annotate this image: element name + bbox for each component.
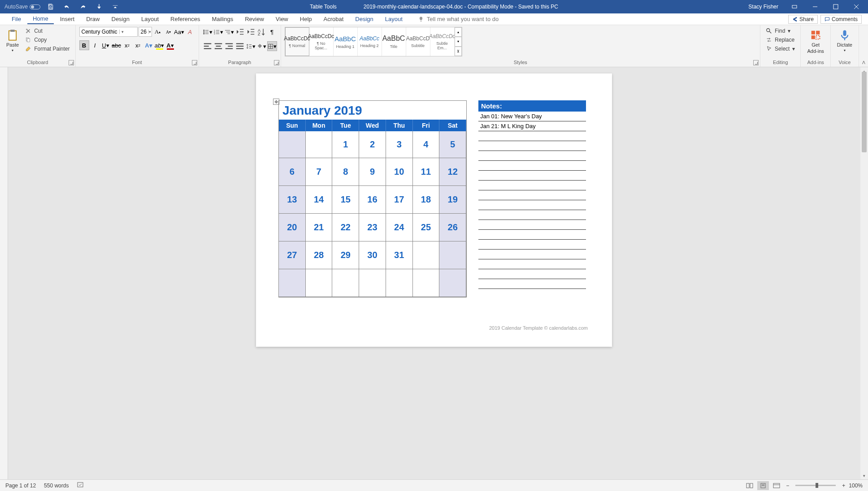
tab-home[interactable]: Home <box>27 14 54 24</box>
paste-button[interactable]: Paste▾ <box>4 27 22 54</box>
line-spacing-icon[interactable]: ▾ <box>246 41 256 51</box>
style-heading1[interactable]: AaBbCHeading 1 <box>334 27 358 56</box>
svg-rect-2 <box>833 4 838 9</box>
font-color-icon[interactable]: A▾ <box>165 40 175 50</box>
styles-launcher[interactable] <box>753 60 759 65</box>
tab-review[interactable]: Review <box>239 14 269 24</box>
svg-text:Z: Z <box>257 31 260 36</box>
replace-icon <box>766 37 772 43</box>
style-subtle-em[interactable]: AaBbCcDcSubtle Em... <box>430 27 455 56</box>
font-size-combo[interactable]: 26▾ <box>139 27 152 37</box>
get-addins-button[interactable]: GetAdd-ins <box>804 27 826 56</box>
bold-button[interactable]: B <box>79 40 89 50</box>
editing-label: Editing <box>764 60 797 66</box>
grow-font-icon[interactable]: A▴ <box>153 27 163 37</box>
show-marks-icon[interactable]: ¶ <box>267 27 277 37</box>
tab-insert[interactable]: Insert <box>55 14 80 24</box>
cut-button[interactable]: Cut <box>23 27 71 35</box>
tab-file[interactable]: File <box>6 14 26 24</box>
font-launcher[interactable] <box>192 60 197 65</box>
increase-indent-icon[interactable] <box>246 27 256 37</box>
underline-button[interactable]: U▾ <box>101 40 111 50</box>
tab-references[interactable]: References <box>165 14 205 24</box>
tab-layout[interactable]: Layout <box>136 14 164 24</box>
group-clipboard: Paste▾ Cut Copy Format Painter Clipboard <box>0 25 76 67</box>
bullets-icon[interactable]: ▾ <box>203 27 213 37</box>
minimize-icon[interactable] <box>806 0 824 13</box>
subscript-button[interactable]: x2 <box>122 40 132 50</box>
style-subtitle[interactable]: AaBbCcDSubtitle <box>406 27 430 56</box>
copy-button[interactable]: Copy <box>23 36 71 44</box>
group-paragraph: ▾ 123▾ ▾ AZ ¶ ▾ ▾ ▾ Paragraph <box>199 25 281 67</box>
save-icon[interactable] <box>45 1 56 13</box>
paragraph-launcher[interactable] <box>274 60 279 65</box>
superscript-button[interactable]: x2 <box>133 40 143 50</box>
multilevel-list-icon[interactable]: ▾ <box>224 27 234 37</box>
tab-draw[interactable]: Draw <box>81 14 105 24</box>
align-center-icon[interactable] <box>213 41 223 51</box>
tab-mailings[interactable]: Mailings <box>207 14 239 24</box>
borders-icon[interactable]: ▾ <box>267 41 277 51</box>
autosave-toggle[interactable]: AutoSave <box>4 4 40 10</box>
tab-view[interactable]: View <box>270 14 294 24</box>
user-name[interactable]: Stacy Fisher <box>748 4 778 10</box>
highlight-color-icon[interactable]: ab▾ <box>155 40 165 50</box>
style-heading2[interactable]: AaBbCcHeading 2 <box>358 27 382 56</box>
search-icon <box>766 28 772 34</box>
svg-rect-58 <box>843 30 846 36</box>
italic-button[interactable]: I <box>90 40 100 50</box>
find-button[interactable]: Find ▾ <box>764 27 797 35</box>
qat-more-icon[interactable] <box>109 1 121 13</box>
align-left-icon[interactable] <box>203 41 213 51</box>
strikethrough-button[interactable]: abc <box>112 40 122 50</box>
style-normal[interactable]: AaBbCcDc¶ Normal <box>285 27 309 56</box>
tell-me-search[interactable]: Tell me what you want to do <box>418 16 499 22</box>
touch-mode-icon[interactable] <box>93 1 105 13</box>
comments-button[interactable]: Comments <box>820 15 862 24</box>
tab-design[interactable]: Design <box>106 14 135 24</box>
tab-acrobat[interactable]: Acrobat <box>318 14 349 24</box>
replace-button[interactable]: Replace <box>764 36 797 44</box>
clear-format-icon[interactable]: A <box>185 27 195 37</box>
maximize-icon[interactable] <box>827 0 845 13</box>
tab-table-design[interactable]: Design <box>350 14 378 24</box>
align-right-icon[interactable] <box>224 41 234 51</box>
share-button[interactable]: Share <box>788 15 818 24</box>
format-painter-button[interactable]: Format Painter <box>23 45 71 53</box>
undo-icon[interactable] <box>61 1 73 13</box>
title-bar: AutoSave Table Tools 2019-monthly-calend… <box>0 0 868 13</box>
comment-icon <box>825 17 830 22</box>
styles-label: Styles <box>285 60 757 66</box>
clipboard-launcher[interactable] <box>69 60 74 65</box>
style-nospacing[interactable]: AaBbCcDc¶ No Spac... <box>309 27 334 56</box>
decrease-indent-icon[interactable] <box>235 27 245 37</box>
ribbon: Paste▾ Cut Copy Format Painter Clipboard… <box>0 25 868 67</box>
tab-help[interactable]: Help <box>295 14 317 24</box>
justify-icon[interactable] <box>235 41 245 51</box>
svg-rect-5 <box>9 31 16 40</box>
redo-icon[interactable] <box>77 1 89 13</box>
text-effects-icon[interactable]: A▾ <box>144 40 154 50</box>
tab-table-layout[interactable]: Layout <box>380 14 408 24</box>
gallery-scroll[interactable]: ▴▾⊻ <box>455 27 462 56</box>
paste-icon <box>6 29 19 41</box>
style-title[interactable]: AaBbCTitle <box>382 27 406 56</box>
shrink-font-icon[interactable]: A▾ <box>164 27 174 37</box>
font-label: Font <box>79 60 195 66</box>
share-icon <box>792 17 798 22</box>
select-button[interactable]: Select ▾ <box>764 45 797 53</box>
change-case-icon[interactable]: Aa▾ <box>174 27 184 37</box>
close-icon[interactable] <box>847 0 865 13</box>
ribbon-options-icon[interactable] <box>786 0 803 13</box>
table-tools-label: Table Tools <box>310 4 337 10</box>
svg-line-53 <box>769 31 771 33</box>
font-name-combo[interactable]: Century Gothic▾ <box>79 27 138 37</box>
shading-icon[interactable]: ▾ <box>256 41 266 51</box>
sort-icon[interactable]: AZ <box>256 27 266 37</box>
styles-gallery[interactable]: AaBbCcDc¶ Normal AaBbCcDc¶ No Spac... Aa… <box>285 27 462 56</box>
dictate-button[interactable]: Dictate▾ <box>834 27 855 54</box>
clipboard-label: Clipboard <box>4 60 72 66</box>
svg-rect-54 <box>812 31 815 34</box>
numbering-icon[interactable]: 123▾ <box>213 27 223 37</box>
collapse-ribbon-icon[interactable]: ᐱ <box>859 25 868 67</box>
